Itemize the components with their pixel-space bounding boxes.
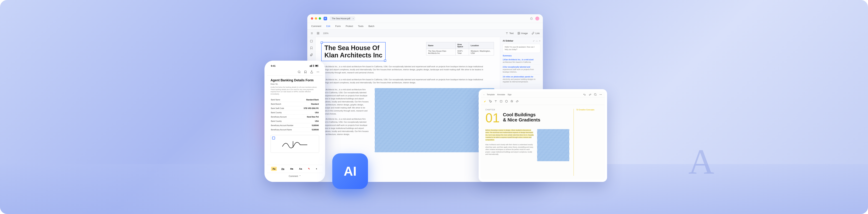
tablet-document[interactable]: CHAPTER 01 Cool Buildings & Nice Gradien… xyxy=(481,105,605,180)
table-row: Bank Swift CodeSTB VRS ENG PK xyxy=(271,106,319,110)
tablet-side-heading: 72 Creative Concepts xyxy=(576,109,600,111)
search-icon[interactable] xyxy=(594,93,597,96)
ai-section-heading: Summary xyxy=(503,55,540,57)
note-icon[interactable] xyxy=(500,100,502,103)
ai-summary-item[interactable]: 3.It relies on photovoltaic panels forel… xyxy=(503,75,540,84)
add-tool[interactable]: + xyxy=(314,167,319,171)
comment-button[interactable]: Comment ⌃ xyxy=(267,173,323,179)
phone-device: 9:41 Agent Banking Details Form Dear Sir… xyxy=(265,61,325,182)
svg-point-17 xyxy=(594,94,596,96)
grid-icon[interactable] xyxy=(317,32,319,35)
menu-tools[interactable]: Tools xyxy=(358,25,363,28)
table-row: Bank CountryUSA xyxy=(271,111,319,115)
svg-point-5 xyxy=(518,33,519,33)
traffic-lights[interactable] xyxy=(311,17,321,20)
tablet-tabbar: ‹ Template Annotate Sign xyxy=(481,91,605,98)
signature-field[interactable] xyxy=(271,135,319,153)
attachments-icon[interactable] xyxy=(310,53,313,56)
bookmark-icon[interactable] xyxy=(304,70,307,73)
svg-rect-10 xyxy=(313,65,314,67)
link-tool[interactable]: Link xyxy=(532,32,540,35)
phone-format-bar: Aa Aa Aa Aa ✎ + xyxy=(267,165,323,173)
ai-summary-item[interactable]: 2.Our exceptionally talented andexperien… xyxy=(503,65,540,75)
close-tab-icon[interactable]: × xyxy=(352,17,354,20)
svg-rect-3 xyxy=(318,34,319,34)
redo-icon[interactable] xyxy=(589,93,591,96)
menu-form[interactable]: Form xyxy=(335,25,341,28)
shape-icon[interactable] xyxy=(505,100,508,103)
share-icon[interactable] xyxy=(310,70,313,73)
tablet-para-1: Before choosing a career in design, Oliv… xyxy=(486,129,534,141)
text-tool[interactable]: Text xyxy=(505,32,514,35)
pen-tool[interactable]: ✎ xyxy=(307,167,311,171)
phone-greeting: Dear Sir, xyxy=(271,83,319,85)
menu-comment[interactable]: Comment xyxy=(311,25,321,28)
more-icon[interactable] xyxy=(599,93,602,96)
table-row: Bank NameStandard Bank xyxy=(271,98,319,102)
building-image xyxy=(375,88,494,152)
doc-paragraph-1: Klan Architects Inc., is a mid-sized arc… xyxy=(321,65,486,74)
tablet-screen: ‹ Template Annotate Sign xyxy=(481,91,605,180)
format-squiggle[interactable]: Aa xyxy=(298,167,304,171)
phone-screen: 9:41 Agent Banking Details Form Dear Sir… xyxy=(267,63,323,179)
list-icon[interactable] xyxy=(311,32,313,35)
phone-statusbar: 9:41 xyxy=(267,63,323,69)
selection-frame[interactable]: The Sea House Of Klan Architects Inc xyxy=(321,42,385,61)
undo-icon[interactable] xyxy=(583,93,586,96)
phone-document[interactable]: Agent Banking Details Form Dear Sir, Kin… xyxy=(267,76,323,165)
svg-rect-0 xyxy=(317,32,318,33)
minimize-icon[interactable]: — xyxy=(536,40,538,42)
maximize-dot[interactable] xyxy=(319,17,321,20)
tab-sign[interactable]: Sign xyxy=(507,94,512,96)
close-dot[interactable] xyxy=(311,17,313,20)
stamp-icon[interactable] xyxy=(510,100,513,103)
search-icon[interactable] xyxy=(298,70,301,73)
chevron-up-icon: ⌃ xyxy=(299,175,301,177)
pen-icon[interactable] xyxy=(489,100,492,103)
edit-toolbar: 100% Text Image Link xyxy=(307,30,543,37)
svg-point-19 xyxy=(600,94,601,95)
signature-glyph xyxy=(281,139,309,149)
more-icon[interactable] xyxy=(316,70,319,73)
phone-indicators xyxy=(310,65,319,67)
chapter-number: 01 xyxy=(486,112,500,124)
signature-checkbox[interactable] xyxy=(272,137,275,139)
image-icon xyxy=(518,32,520,35)
menu-batch[interactable]: Batch xyxy=(369,25,374,28)
back-icon[interactable]: ‹ xyxy=(484,94,484,96)
bell-icon[interactable] xyxy=(530,17,533,20)
link-icon xyxy=(532,32,534,35)
format-highlight[interactable]: Aa xyxy=(271,167,277,171)
eraser-icon[interactable] xyxy=(516,100,519,103)
svg-rect-9 xyxy=(312,65,312,67)
tablet-toolbar xyxy=(481,98,605,105)
svg-rect-7 xyxy=(310,66,310,67)
table-row: Bank BranchStandard xyxy=(271,102,319,106)
avatar[interactable] xyxy=(535,16,539,21)
tab-template[interactable]: Template xyxy=(487,94,495,96)
highlighter-icon[interactable] xyxy=(484,100,487,103)
device-stage: P The Sea House.pdf × Comment Edit Form … xyxy=(265,14,603,192)
file-tab[interactable]: The Sea House.pdf × xyxy=(330,16,355,21)
bookmarks-icon[interactable] xyxy=(310,46,313,49)
zoom-level[interactable]: 100% xyxy=(323,32,329,35)
format-underline[interactable]: Aa xyxy=(280,167,286,171)
format-strike[interactable]: Aa xyxy=(289,167,294,171)
close-icon[interactable]: × xyxy=(539,40,540,42)
menu-protect[interactable]: Protect xyxy=(346,25,353,28)
text-icon[interactable] xyxy=(494,100,497,103)
doc-paragraph-2: Klan Architects Inc., is a mid-sized arc… xyxy=(321,78,486,84)
expand-icon[interactable]: ⤢ xyxy=(533,40,534,42)
minimize-dot[interactable] xyxy=(315,17,317,20)
tab-annotate[interactable]: Annotate xyxy=(497,94,505,96)
image-tool[interactable]: Image xyxy=(518,32,528,35)
thumbnails-icon[interactable] xyxy=(310,40,313,43)
ai-summary-item[interactable]: 1.Klan Architects Inc., is a mid-sizedar… xyxy=(503,58,540,65)
phone-time: 9:41 xyxy=(271,65,276,67)
info-table: NameArea SpaceLocation The Sea House Kla… xyxy=(426,42,494,56)
phone-intro: Kindly find below the banking details fo… xyxy=(271,86,319,95)
hero-banner: P The Sea House.pdf × Comment Edit Form … xyxy=(0,0,868,214)
svg-point-20 xyxy=(601,94,602,95)
table-row: Bank CountryUSA xyxy=(271,119,319,123)
menu-edit[interactable]: Edit xyxy=(326,25,330,28)
